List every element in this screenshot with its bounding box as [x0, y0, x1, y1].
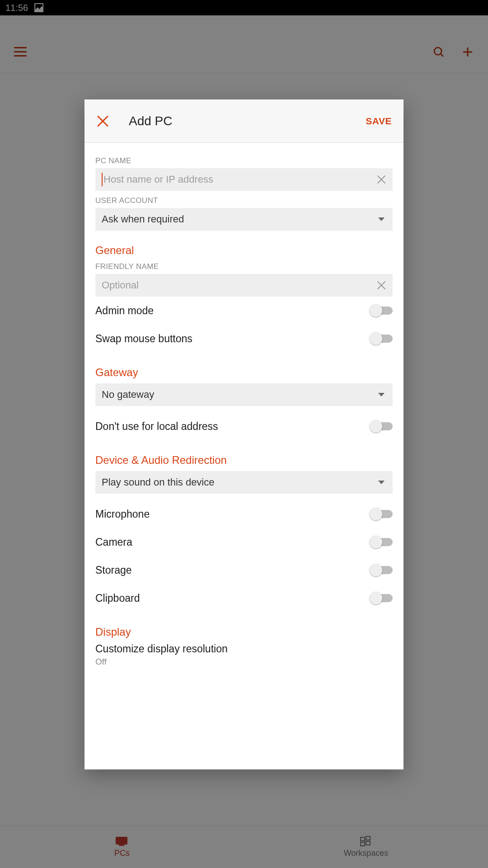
- chevron-down-icon: [378, 217, 385, 221]
- sound-select[interactable]: Play sound on this device: [95, 471, 393, 494]
- display-res-value: Off: [95, 657, 393, 667]
- gateway-select[interactable]: No gateway: [95, 383, 393, 406]
- camera-toggle[interactable]: [371, 538, 393, 546]
- close-icon[interactable]: [96, 115, 109, 127]
- microphone-label: Microphone: [95, 508, 150, 520]
- pc-name-label: PC NAME: [95, 156, 393, 165]
- section-gateway: Gateway: [95, 366, 393, 379]
- text-cursor: [102, 173, 103, 186]
- display-resolution-row[interactable]: Customize display resolution Off: [95, 643, 393, 667]
- section-general: General: [95, 244, 393, 257]
- swap-mouse-label: Swap mouse buttons: [95, 333, 192, 345]
- pc-name-field[interactable]: [95, 168, 393, 191]
- clipboard-toggle[interactable]: [371, 594, 393, 602]
- display-res-label: Customize display resolution: [95, 643, 393, 655]
- user-account-value: Ask when required: [102, 213, 184, 225]
- gateway-value: No gateway: [102, 389, 154, 401]
- save-button[interactable]: SAVE: [366, 116, 392, 127]
- storage-label: Storage: [95, 564, 132, 576]
- pc-name-input[interactable]: [103, 174, 376, 185]
- chevron-down-icon: [378, 393, 385, 396]
- add-pc-dialog: Add PC SAVE PC NAME USER ACCOUNT Ask whe…: [84, 99, 404, 769]
- sound-value: Play sound on this device: [102, 476, 215, 488]
- user-account-label: USER ACCOUNT: [95, 196, 393, 205]
- admin-mode-label: Admin mode: [95, 305, 154, 317]
- storage-toggle[interactable]: [371, 566, 393, 574]
- camera-row[interactable]: Camera: [95, 528, 393, 556]
- dont-use-local-label: Don't use for local address: [95, 420, 218, 433]
- section-display: Display: [95, 626, 393, 638]
- dialog-body: PC NAME USER ACCOUNT Ask when required G…: [84, 143, 404, 667]
- section-device-audio: Device & Audio Redirection: [95, 454, 393, 467]
- friendly-name-input[interactable]: [102, 279, 376, 291]
- dialog-header: Add PC SAVE: [84, 99, 404, 143]
- camera-label: Camera: [95, 536, 132, 548]
- friendly-name-label: FRIENDLY NAME: [95, 262, 393, 271]
- swap-mouse-row[interactable]: Swap mouse buttons: [95, 325, 393, 353]
- admin-mode-toggle[interactable]: [371, 307, 393, 315]
- dont-use-local-toggle[interactable]: [371, 422, 393, 430]
- friendly-name-field[interactable]: [95, 274, 393, 297]
- user-account-select[interactable]: Ask when required: [95, 208, 393, 231]
- admin-mode-row[interactable]: Admin mode: [95, 297, 393, 325]
- dialog-title: Add PC: [129, 114, 366, 128]
- clear-icon[interactable]: [376, 175, 386, 184]
- clear-icon[interactable]: [376, 280, 386, 290]
- clipboard-row[interactable]: Clipboard: [95, 584, 393, 612]
- storage-row[interactable]: Storage: [95, 556, 393, 584]
- chevron-down-icon: [378, 481, 385, 484]
- microphone-toggle[interactable]: [371, 510, 393, 518]
- clipboard-label: Clipboard: [95, 592, 140, 604]
- microphone-row[interactable]: Microphone: [95, 500, 393, 528]
- dont-use-local-row[interactable]: Don't use for local address: [95, 412, 393, 440]
- swap-mouse-toggle[interactable]: [371, 335, 393, 343]
